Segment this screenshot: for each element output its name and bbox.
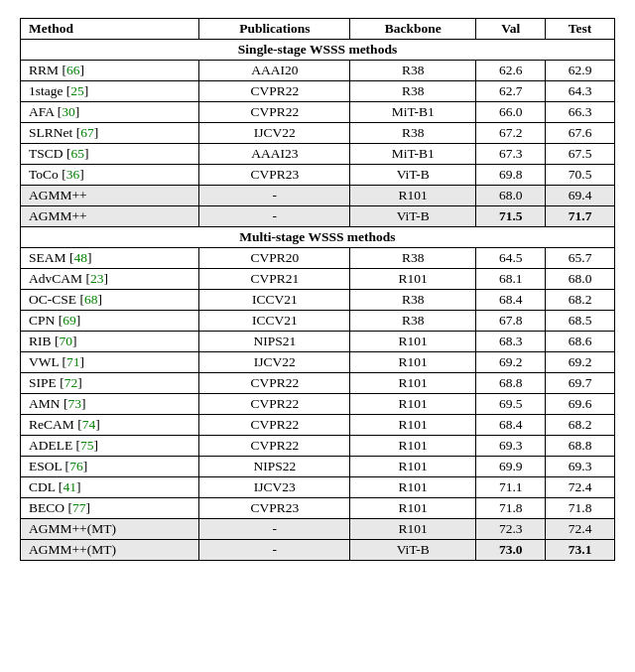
cell-val: 68.3 — [476, 332, 546, 352]
cell-val: 62.7 — [476, 81, 546, 102]
cell-backbone: R101 — [350, 332, 476, 352]
table-row: SIPE [72]CVPR22R10168.869.7 — [21, 373, 615, 394]
cell-test: 69.4 — [546, 186, 615, 206]
cell-backbone: R38 — [350, 290, 476, 311]
cell-test: 73.1 — [546, 540, 615, 561]
cell-test: 71.7 — [546, 206, 615, 227]
cell-val: 69.5 — [476, 394, 546, 415]
cell-backbone: R38 — [350, 248, 476, 269]
table-row: AGMM++-ViT-B71.571.7 — [21, 206, 615, 227]
cell-method: RRM [66] — [21, 61, 199, 81]
col-method: Method — [21, 19, 199, 40]
cell-val: 67.3 — [476, 144, 546, 165]
section-header-row: Single-stage WSSS methods — [21, 40, 615, 61]
cell-val: 71.1 — [476, 477, 546, 498]
cell-test: 69.6 — [546, 394, 615, 415]
table-row: AGMM++(MT)-R10172.372.4 — [21, 519, 615, 540]
cell-val: 69.9 — [476, 457, 546, 477]
cell-test: 68.8 — [546, 436, 615, 457]
cell-val: 67.8 — [476, 311, 546, 332]
cell-val: 71.5 — [476, 206, 546, 227]
cell-test: 64.3 — [546, 81, 615, 102]
table-header-row: Method Publications Backbone Val Test — [21, 19, 615, 40]
cell-val: 62.6 — [476, 61, 546, 81]
cell-publication: CVPR23 — [199, 165, 350, 186]
cell-backbone: ViT-B — [350, 206, 476, 227]
cell-method: RIB [70] — [21, 332, 199, 352]
cell-backbone: R101 — [350, 457, 476, 477]
cell-test: 72.4 — [546, 477, 615, 498]
cell-backbone: R101 — [350, 415, 476, 436]
cell-val: 68.8 — [476, 373, 546, 394]
cell-method: ESOL [76] — [21, 457, 199, 477]
cell-backbone: R38 — [350, 61, 476, 81]
table-row: AFA [30]CVPR22MiT-B166.066.3 — [21, 102, 615, 123]
table-row: ToCo [36]CVPR23ViT-B69.870.5 — [21, 165, 615, 186]
cell-test: 70.5 — [546, 165, 615, 186]
table-row: BECO [77]CVPR23R10171.871.8 — [21, 498, 615, 519]
cell-method: CDL [41] — [21, 477, 199, 498]
cell-backbone: R101 — [350, 477, 476, 498]
cell-backbone: R101 — [350, 519, 476, 540]
cell-method: SLRNet [67] — [21, 123, 199, 144]
cell-publication: ICCV21 — [199, 290, 350, 311]
cell-publication: - — [199, 186, 350, 206]
section-title: Single-stage WSSS methods — [21, 40, 615, 61]
cell-val: 71.8 — [476, 498, 546, 519]
cell-method: AGMM++ — [21, 206, 199, 227]
cell-publication: CVPR22 — [199, 81, 350, 102]
cell-publication: CVPR20 — [199, 248, 350, 269]
cell-method: TSCD [65] — [21, 144, 199, 165]
cell-publication: NIPS21 — [199, 332, 350, 352]
cell-test: 68.0 — [546, 269, 615, 290]
cell-method: AGMM++ — [21, 186, 199, 206]
cell-val: 68.0 — [476, 186, 546, 206]
cell-method: AGMM++(MT) — [21, 540, 199, 561]
cell-method: 1stage [25] — [21, 81, 199, 102]
cell-backbone: R101 — [350, 436, 476, 457]
cell-val: 72.3 — [476, 519, 546, 540]
cell-backbone: R101 — [350, 394, 476, 415]
cell-publication: ICCV21 — [199, 311, 350, 332]
cell-val: 68.1 — [476, 269, 546, 290]
cell-val: 69.8 — [476, 165, 546, 186]
table-row: ReCAM [74]CVPR22R10168.468.2 — [21, 415, 615, 436]
cell-test: 68.5 — [546, 311, 615, 332]
cell-publication: - — [199, 540, 350, 561]
cell-publication: CVPR22 — [199, 394, 350, 415]
results-table: Method Publications Backbone Val Test Si… — [20, 18, 615, 561]
cell-test: 67.5 — [546, 144, 615, 165]
cell-method: OC-CSE [68] — [21, 290, 199, 311]
cell-test: 66.3 — [546, 102, 615, 123]
cell-method: CPN [69] — [21, 311, 199, 332]
cell-backbone: R38 — [350, 81, 476, 102]
cell-publication: AAAI20 — [199, 61, 350, 81]
cell-test: 69.7 — [546, 373, 615, 394]
cell-backbone: MiT-B1 — [350, 144, 476, 165]
cell-val: 73.0 — [476, 540, 546, 561]
cell-test: 69.2 — [546, 352, 615, 373]
table-row: RIB [70]NIPS21R10168.368.6 — [21, 332, 615, 352]
cell-publication: NIPS22 — [199, 457, 350, 477]
cell-method: BECO [77] — [21, 498, 199, 519]
cell-backbone: ViT-B — [350, 540, 476, 561]
table-row: AMN [73]CVPR22R10169.569.6 — [21, 394, 615, 415]
cell-test: 69.3 — [546, 457, 615, 477]
cell-test: 71.8 — [546, 498, 615, 519]
cell-val: 68.4 — [476, 415, 546, 436]
table-row: AGMM++(MT)-ViT-B73.073.1 — [21, 540, 615, 561]
cell-publication: CVPR22 — [199, 102, 350, 123]
table-row: RRM [66]AAAI20R3862.662.9 — [21, 61, 615, 81]
table-row: CDL [41]IJCV23R10171.172.4 — [21, 477, 615, 498]
cell-method: SEAM [48] — [21, 248, 199, 269]
section-title: Multi-stage WSSS methods — [21, 227, 615, 248]
cell-backbone: ViT-B — [350, 165, 476, 186]
table-row: CPN [69]ICCV21R3867.868.5 — [21, 311, 615, 332]
cell-method: SIPE [72] — [21, 373, 199, 394]
col-test: Test — [546, 19, 615, 40]
table-row: AdvCAM [23]CVPR21R10168.168.0 — [21, 269, 615, 290]
cell-val: 67.2 — [476, 123, 546, 144]
cell-method: ADELE [75] — [21, 436, 199, 457]
cell-method: ReCAM [74] — [21, 415, 199, 436]
cell-method: AdvCAM [23] — [21, 269, 199, 290]
